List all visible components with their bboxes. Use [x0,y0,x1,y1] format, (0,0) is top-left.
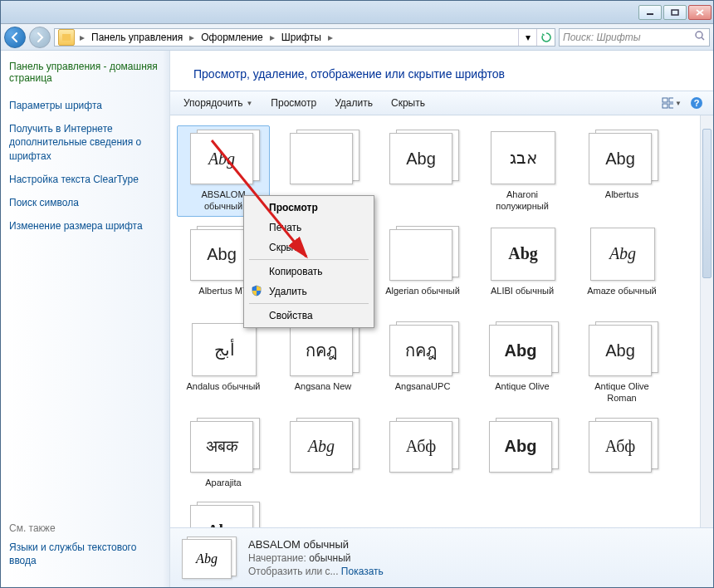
chevron-right-icon: ▸ [78,32,86,43]
svg-rect-4 [62,34,71,41]
details-show-link[interactable]: Показать [341,566,384,577]
context-menu-separator [249,303,369,304]
context-menu-item[interactable]: Печать [246,218,372,238]
font-item[interactable]: Algerian обычный [376,222,469,313]
address-dropdown-button[interactable]: ▾ [518,29,536,46]
font-grid-container: AbgABSALOM обычныйAbgאבגAharoni полужирн… [170,115,713,527]
toolbar-hide[interactable]: Скрыть [384,94,432,112]
refresh-button[interactable] [536,29,555,46]
font-sample: Abg [308,437,335,456]
svg-rect-1 [672,10,678,15]
chevron-right-icon: ▸ [188,32,196,43]
breadcrumb-leaf[interactable]: Шрифты [276,32,326,43]
font-label: ALIBI обычный [489,286,555,297]
context-menu-item[interactable]: Просмотр [246,198,372,218]
nav-bar: ▸ Панель управления ▸ Оформление ▸ Шрифт… [1,24,713,51]
font-item[interactable]: אבגAharoni полужирный [476,125,569,217]
chevron-right-icon: ▸ [268,32,276,43]
font-sample: Abg [605,149,635,169]
font-sample: אבג [510,148,537,168]
window: ▸ Панель управления ▸ Оформление ▸ Шрифт… [0,0,714,588]
scrollbar[interactable] [700,115,713,527]
font-thumbnail [386,226,459,282]
shield-icon [251,285,262,296]
address-bar[interactable]: ▸ Панель управления ▸ Оформление ▸ Шрифт… [54,28,555,47]
font-item[interactable]: Abg [476,414,569,493]
view-options-button[interactable]: ▼ [662,93,682,113]
font-item[interactable]: AbgALIBI обычный [476,222,569,313]
sidebar-link-find-char[interactable]: Поиск символа [9,196,161,209]
font-item[interactable]: AbgAmaze обычный [575,222,668,313]
sidebar-link-font-size[interactable]: Изменение размера шрифта [9,219,161,233]
sidebar-link-font-settings[interactable]: Параметры шрифта [9,99,161,112]
sidebar-see-also-label: См. также [9,522,161,534]
sidebar: Панель управления - домашняя страница Па… [1,51,170,587]
font-thumbnail: Abg [486,226,559,282]
font-sample: Абф [605,437,636,456]
font-item[interactable]: أبجAndalus обычный [177,317,270,409]
titlebar [1,1,713,24]
font-item[interactable]: กคฎAngsana New [276,317,369,409]
font-label: Antique Olive Roman [580,381,664,404]
font-label: Albertus MT [197,286,249,297]
font-sample: Abg [207,522,237,527]
font-sample: Abg [406,149,436,169]
context-menu-item[interactable]: Свойства [246,306,372,326]
chevron-right-icon: ▸ [326,32,335,43]
svg-point-5 [696,32,702,38]
font-thumbnail: Abg [585,321,658,378]
font-thumbnail: अबक [187,418,260,474]
font-item[interactable]: Abg [276,414,369,493]
font-thumbnail [286,130,359,186]
font-thumbnail: Abg [486,418,559,474]
svg-rect-8 [669,98,673,102]
toolbar-organize[interactable]: Упорядочить▼ [177,94,259,112]
sidebar-home-link[interactable]: Панель управления - домашняя страница [9,61,161,84]
toolbar-preview[interactable]: Просмотр [264,94,323,112]
font-item[interactable]: Abg [177,497,270,527]
font-sample: Абф [406,437,437,456]
page-title: Просмотр, удаление, отображение или скры… [193,67,697,81]
context-menu-item[interactable]: Удалить [246,282,372,301]
nav-back-button[interactable] [4,27,26,48]
search-input[interactable]: Поиск: Шрифты [559,28,710,47]
font-thumbnail: Abg [585,226,658,282]
context-menu-item[interactable]: Скрыть [246,238,372,257]
chevron-down-icon: ▼ [675,100,682,107]
details-thumbnail: Abg [180,537,237,580]
svg-rect-10 [669,104,673,108]
font-item[interactable]: AbgAlbertus [575,125,668,217]
context-menu-item[interactable]: Копировать [246,262,372,282]
svg-rect-9 [663,104,668,108]
close-button[interactable] [688,5,712,20]
breadcrumb-root[interactable]: Панель управления [86,32,188,43]
font-label: Albertus [604,189,640,201]
font-label: Antique Olive [493,381,550,393]
font-label: Aparajita [203,478,242,489]
font-item[interactable]: AbgAntique Olive Roman [575,317,668,409]
font-sample: Abg [207,245,237,264]
scrollbar-thumb[interactable] [702,129,712,278]
font-item[interactable]: Абф [376,414,469,493]
font-sample: Abg [208,149,235,169]
minimize-button[interactable] [638,5,662,20]
sidebar-link-text-services[interactable]: Языки и службы текстового ввода [9,541,161,567]
toolbar: Упорядочить▼ Просмотр Удалить Скрыть ▼ ? [170,91,713,115]
help-button[interactable]: ? [687,93,707,113]
font-sample: Abg [605,341,635,360]
font-item[interactable]: Abg [376,125,469,217]
sidebar-link-cleartype[interactable]: Настройка текста ClearType [9,173,161,186]
context-menu-separator [249,259,369,260]
font-item[interactable]: AbgAntique Olive [476,317,569,409]
nav-forward-button[interactable] [29,27,51,48]
font-thumbnail: กคฎ [386,321,459,378]
breadcrumb-mid[interactable]: Оформление [196,32,267,43]
font-item[interactable]: กคฎAngsanaUPC [376,317,469,409]
font-thumbnail: أبج [187,321,260,378]
maximize-button[interactable] [663,5,687,20]
toolbar-delete[interactable]: Удалить [328,94,379,112]
sidebar-link-more-info[interactable]: Получить в Интернете дополнительные свед… [9,122,161,163]
main: Просмотр, удаление, отображение или скры… [170,51,713,587]
font-item[interactable]: Абф [575,414,668,493]
font-item[interactable]: अबकAparajita [177,414,270,493]
